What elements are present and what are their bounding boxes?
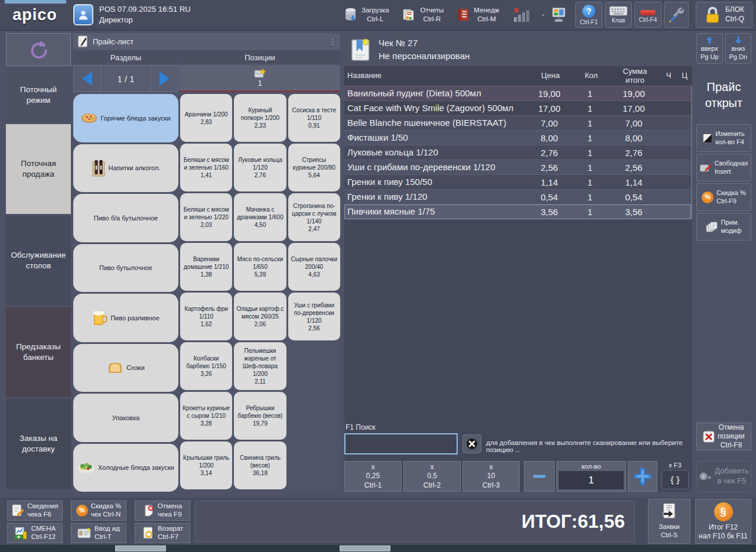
check-row-qty: 1	[572, 118, 608, 128]
manager-button[interactable]: Менедж Ctrl-M	[457, 6, 499, 24]
multiplier-half-button[interactable]: x 0,5 Ctrl-2	[403, 461, 461, 492]
check-row-price: 19,00	[527, 89, 572, 99]
more-dots-icon[interactable]: ⋮	[329, 37, 337, 46]
product-button-20[interactable]: Ребрышки барбекю (весов)19,79	[234, 392, 286, 440]
clear-search-button[interactable]	[462, 434, 481, 453]
product-button-16[interactable]: Колбаски барбекю 1/1503,26	[180, 342, 232, 390]
product-button-17[interactable]: Пельмешки жареные от Шеф-повара 1/2002,1…	[234, 342, 286, 390]
cancel-position-button[interactable]: Отмена позиции Ctrl-F8	[696, 423, 751, 450]
lock-button[interactable]: БЛОК Ctrl-Q	[696, 2, 752, 28]
check-row[interactable]: Cat Face with Wry Smile (Zagovor) 500мл1…	[344, 101, 691, 116]
category-label: Пиво разливное	[110, 314, 159, 322]
check-row-price: 3,56	[527, 207, 572, 217]
sidebar-item-label: Заказы на доставку	[19, 433, 57, 454]
category-label: Снэки	[126, 363, 145, 372]
product-button-6[interactable]: Стрипсы куриные 200/805,64	[288, 144, 340, 191]
check-row[interactable]: Belle Blanche пшеничное (BIERSTAAT)7,001…	[344, 116, 691, 131]
shift-button[interactable]: СМЕНА Ctrl-F12	[7, 523, 63, 543]
reports-label: Отчеты Ctrl-R	[421, 6, 444, 24]
next-section-button[interactable]	[151, 66, 178, 92]
category-button-2[interactable]: Напитки алкогол.	[73, 144, 178, 193]
taskbar-item[interactable]	[115, 545, 166, 551]
product-button-19[interactable]: Крокеты куриные с сыром 1/2103,28	[180, 392, 232, 440]
sidebar-item-1[interactable]: Поточный режим	[6, 68, 71, 122]
product-button-14[interactable]: Оладьи картоф.с мясом 260/252,06	[234, 293, 286, 340]
edit-qty-icon	[703, 134, 712, 143]
product-button-15[interactable]: Уши с грибами по-деревенски 1/1202,56	[288, 293, 340, 340]
check-row[interactable]: Луковые кольца 1/1202,7612,76	[344, 145, 691, 160]
category-button-8[interactable]: Холодные блюда закуски	[73, 444, 178, 492]
multiplier-ten-button[interactable]: x 10 Ctrl-3	[462, 461, 520, 492]
col-qty: Кол	[573, 72, 610, 80]
check-row[interactable]: Фисташки 1/508,0018,00	[344, 131, 691, 145]
id-input-button[interactable]: Ввод ид Ctrl-T	[71, 523, 126, 543]
display-toggle-button[interactable]: Ctrl-F4	[634, 2, 662, 28]
product-button-8[interactable]: Мачанка с драниками 1/6004,50	[234, 193, 286, 241]
category-button-3[interactable]: Пиво б/а бутылочное	[73, 194, 178, 242]
reports-button[interactable]: Отчеты Ctrl-R	[402, 6, 444, 24]
page-down-button[interactable]: вниз Pg Dn	[725, 33, 752, 64]
search-input[interactable]	[344, 433, 458, 454]
product-button-2[interactable]: Куриный попкорн 1/2002,33	[234, 94, 286, 142]
user-avatar-button[interactable]	[73, 4, 93, 25]
change-qty-button[interactable]: Изменить кол-во F4	[696, 124, 751, 152]
check-row[interactable]: Гренки к пиву 150/501,1411,14	[344, 175, 691, 190]
category-button-7[interactable]: Упаковка	[73, 394, 178, 442]
product-button-4[interactable]: Беляши с мясом и зеленью 1/1601,41	[180, 144, 232, 191]
product-button-11[interactable]: Мясо по-сельски 1/6505,39	[234, 243, 286, 291]
xf3-button[interactable]: { }	[662, 470, 689, 489]
check-row[interactable]: Гренки к пиву 1/1200,5410,54	[344, 190, 691, 204]
multiplier-quarter-button[interactable]: x 0,25 Ctrl-1	[344, 461, 402, 492]
product-button-1[interactable]: Аранчини 1/2002,83	[180, 94, 232, 142]
product-button-5[interactable]: Луковые кольца 1/1202,76	[234, 144, 286, 191]
check-rows: Ванильный пудинг (Dieta) 500мл19,00119,0…	[344, 86, 692, 219]
product-button-9[interactable]: Строганина по-царски с лучком 1/1402,47	[288, 193, 340, 241]
taskbar-item[interactable]	[340, 545, 390, 551]
check-discount-button[interactable]: %Скидка % чек Ctrl-N	[71, 501, 126, 521]
check-row[interactable]: Уши с грибами по-деревенски 1/1202,5612,…	[344, 160, 691, 175]
add-to-check-button[interactable]: Добавить в чек F5	[696, 461, 751, 492]
modifier-button[interactable]: Прим. модиф	[696, 213, 751, 241]
category-button-4[interactable]: Пиво бутылочное	[73, 244, 178, 293]
product-button-10[interactable]: Вареники домашние 1/2101,38	[180, 243, 232, 291]
refresh-button[interactable]	[6, 33, 71, 66]
tools-button[interactable]	[664, 2, 689, 28]
final-total-button[interactable]: § Итог F12 нал F10 бк F11	[695, 499, 751, 544]
product-button-3[interactable]: Сосиска в тесте 1/1100,91	[288, 94, 340, 142]
check-row[interactable]: Пивчики мясные 1/753,5613,56	[344, 204, 691, 219]
load-button[interactable]: Загрузка Ctrl-L	[344, 6, 389, 24]
free-position-button[interactable]: Свободная Insert	[696, 154, 751, 181]
help-button[interactable]: ? Ctrl-F1	[575, 2, 602, 28]
requests-doc-icon	[662, 503, 677, 521]
positions-page-tab[interactable]: 1	[180, 65, 340, 92]
page-up-button[interactable]: вверх Pg Up	[696, 33, 723, 64]
product-button-7[interactable]: Беляши с мясом и зеленью 1/2202,03	[180, 193, 232, 241]
clear-x-icon	[465, 437, 478, 450]
product-name: Беляши с мясом и зеленью 1/220	[183, 206, 230, 221]
sidebar-item-3[interactable]: Обслуживание столов	[6, 216, 71, 306]
discount-button[interactable]: %Скидка % Ctrl-F9	[696, 183, 751, 211]
workstation-icon[interactable]	[550, 7, 567, 23]
keyboard-button[interactable]: Клав	[605, 2, 632, 28]
sidebar-item-4[interactable]: Предзаказы банкеты	[6, 307, 71, 397]
product-button-23[interactable]: Свинина гриль (весов)36,18	[234, 441, 286, 489]
product-button-22[interactable]: Крылышки гриль 1/2003,14	[180, 441, 232, 489]
pizza-icon	[81, 112, 97, 124]
return-button[interactable]: Возврат Ctrl-F7	[135, 523, 190, 543]
category-button-5[interactable]: Пиво разливное	[73, 294, 178, 342]
qty-plus-button[interactable]	[628, 461, 657, 492]
cancel-check-button[interactable]: Отмена чека F9	[135, 501, 190, 521]
col-price: Цена	[528, 72, 573, 80]
product-button-13[interactable]: Картофель фри 1/1101,62	[180, 293, 232, 340]
product-button-12[interactable]: Сырные палочки 200/404,63	[288, 243, 340, 291]
check-details-button[interactable]: Сведения чека F6	[7, 501, 63, 521]
qty-minus-button[interactable]	[524, 461, 555, 492]
requests-button[interactable]: Заявки Ctrl-S	[648, 499, 690, 544]
check-row[interactable]: Ванильный пудинг (Dieta) 500мл19,00119,0…	[344, 86, 691, 101]
prev-section-button[interactable]	[74, 66, 101, 92]
category-button-1[interactable]: Горячие блюда закуски	[73, 94, 178, 142]
sidebar-item-5[interactable]: Заказы на доставку	[6, 399, 71, 489]
beer-icon	[92, 310, 107, 326]
category-button-6[interactable]: Снэки	[73, 344, 178, 392]
sidebar-item-2[interactable]: Поточная продажа	[6, 124, 71, 214]
